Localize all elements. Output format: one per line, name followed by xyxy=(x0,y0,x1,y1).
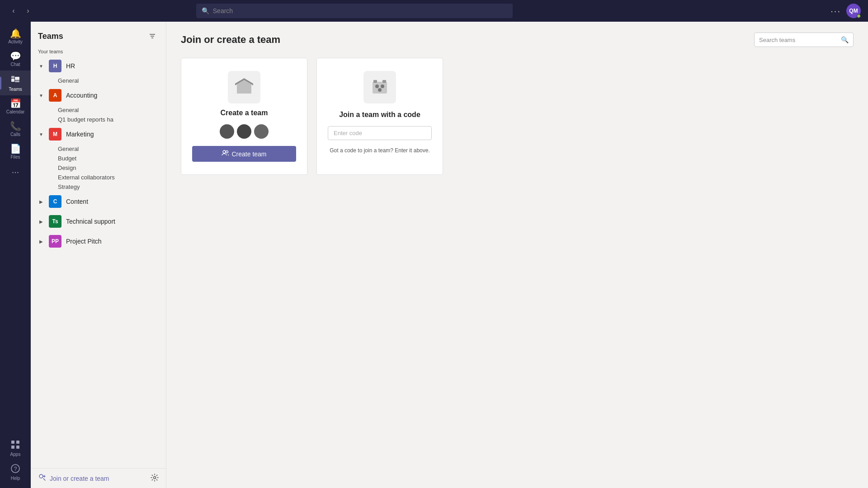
marketing-channel-external[interactable]: External collaborators xyxy=(31,173,166,182)
team-item-project-pitch[interactable]: ▶ PP Project Pitch ··· xyxy=(31,231,166,251)
sidebar-item-chat[interactable]: 💬 Chat xyxy=(0,48,31,70)
marketing-team-name: Marketing xyxy=(66,131,145,138)
team-item-content[interactable]: ▶ C Content ··· xyxy=(31,192,166,211)
svg-rect-5 xyxy=(16,441,19,444)
sidebar-label-activity: Activity xyxy=(8,39,23,44)
files-icon: 📄 xyxy=(10,144,21,153)
avatar[interactable]: QM xyxy=(846,4,861,18)
content-avatar: C xyxy=(49,195,61,208)
sidebar-item-apps[interactable]: Apps xyxy=(0,436,31,460)
forward-button[interactable]: › xyxy=(22,5,34,17)
avatar-1 xyxy=(220,124,234,139)
pp-team-name: Project Pitch xyxy=(66,238,145,245)
global-search-input[interactable] xyxy=(213,7,507,14)
global-search-bar: 🔍 xyxy=(196,4,513,18)
avatar-initials: QM xyxy=(849,8,858,14)
sidebar-item-help[interactable]: ? Help xyxy=(0,460,31,484)
create-team-button-label: Create team xyxy=(231,150,266,158)
join-team-card-hint: Got a code to join a team? Enter it abov… xyxy=(330,147,429,154)
svg-rect-3 xyxy=(11,76,14,78)
marketing-channel-strategy[interactable]: Strategy xyxy=(31,182,166,192)
sidebar-item-teams[interactable]: Teams xyxy=(0,70,31,95)
create-team-card-title: Create a team xyxy=(221,109,268,117)
svg-text:?: ? xyxy=(14,466,17,472)
marketing-channel-design[interactable]: Design xyxy=(31,163,166,173)
teams-panel-footer: Join or create a team xyxy=(31,468,166,488)
ellipsis-icon: ··· xyxy=(12,167,19,177)
marketing-chevron-icon: ▼ xyxy=(38,132,44,137)
teams-panel: Teams Your teams ▼ H HR ··· xyxy=(31,22,166,488)
search-teams-bar: 🔍 xyxy=(754,33,854,47)
teams-icon xyxy=(10,74,20,85)
sidebar-item-calendar[interactable]: 📅 Calendar xyxy=(0,95,31,118)
team-item-hr[interactable]: ▼ H HR ··· xyxy=(31,56,166,76)
main-content-header: Join or create a team 🔍 xyxy=(181,33,854,47)
topbar-right: ··· QM xyxy=(830,4,861,18)
enter-code-input[interactable] xyxy=(328,126,432,140)
svg-point-13 xyxy=(39,474,43,478)
marketing-channel-budget[interactable]: Budget xyxy=(31,154,166,163)
teams-settings-button[interactable] xyxy=(151,474,159,483)
svg-point-18 xyxy=(226,151,228,153)
sidebar-label-files: Files xyxy=(10,155,20,160)
ts-chevron-icon: ▶ xyxy=(38,219,44,224)
join-create-team-button[interactable]: Join or create a team xyxy=(38,473,109,483)
svg-rect-6 xyxy=(11,446,14,449)
create-team-card-avatars xyxy=(220,124,269,139)
marketing-channel-general[interactable]: General xyxy=(31,144,166,154)
svg-rect-1 xyxy=(15,77,19,80)
svg-rect-24 xyxy=(382,80,386,83)
avatar-3 xyxy=(254,124,269,139)
svg-point-17 xyxy=(223,150,226,153)
create-team-card-icon xyxy=(228,71,260,103)
create-team-button[interactable]: Create team xyxy=(192,146,296,162)
main-content: Join or create a team 🔍 Create a team xyxy=(166,22,868,488)
join-create-label: Join or create a team xyxy=(50,475,109,482)
back-button[interactable]: ‹ xyxy=(7,5,20,17)
teams-filter-button[interactable] xyxy=(146,30,159,42)
hr-channel-general[interactable]: General xyxy=(31,76,166,85)
svg-point-20 xyxy=(375,84,379,88)
pp-chevron-icon: ▶ xyxy=(38,239,44,244)
search-teams-input[interactable] xyxy=(759,37,838,43)
accounting-channel-q1[interactable]: Q1 budget reports ha xyxy=(31,115,166,124)
join-team-card: Join a team with a code Got a code to jo… xyxy=(316,58,443,175)
accounting-chevron-icon: ▼ xyxy=(38,93,44,98)
svg-rect-23 xyxy=(373,80,377,83)
sidebar-label-calls: Calls xyxy=(10,132,20,137)
sidebar-item-activity[interactable]: 🔔 Activity xyxy=(0,25,31,48)
hr-avatar: H xyxy=(49,60,61,72)
team-item-accounting[interactable]: ▼ A Accounting ··· xyxy=(31,85,166,105)
calls-icon: 📞 xyxy=(10,122,21,131)
topbar: ‹ › 🔍 ··· QM xyxy=(0,0,868,22)
svg-point-22 xyxy=(378,88,382,92)
sidebar-label-teams: Teams xyxy=(9,87,22,92)
sidebar-icons: 🔔 Activity 💬 Chat Teams 📅 Calendar 📞 xyxy=(0,22,31,488)
sidebar-label-help: Help xyxy=(11,476,20,481)
ts-avatar: Ts xyxy=(49,215,61,228)
search-icon: 🔍 xyxy=(202,7,209,14)
join-team-card-icon xyxy=(363,71,396,103)
accounting-team-name: Accounting xyxy=(66,92,145,99)
activity-icon: 🔔 xyxy=(10,29,21,38)
pp-avatar: PP xyxy=(49,235,61,248)
more-apps-button[interactable]: ··· xyxy=(12,163,19,181)
more-options-button[interactable]: ··· xyxy=(830,6,841,16)
team-item-technical-support[interactable]: ▶ Ts Technical support ··· xyxy=(31,211,166,231)
main-layout: 🔔 Activity 💬 Chat Teams 📅 Calendar 📞 xyxy=(0,22,868,488)
svg-rect-19 xyxy=(373,82,387,94)
content-chevron-icon: ▶ xyxy=(38,199,44,204)
accounting-channel-general[interactable]: General xyxy=(31,105,166,115)
sidebar-label-chat: Chat xyxy=(10,62,20,67)
teams-list: Your teams ▼ H HR ··· General ▼ A Accoun… xyxy=(31,46,166,468)
svg-point-21 xyxy=(381,84,384,88)
team-item-marketing[interactable]: ▼ M Marketing ··· xyxy=(31,124,166,144)
help-icon: ? xyxy=(11,464,20,474)
cards-row: Create a team Create t xyxy=(181,58,854,175)
content-team-name: Content xyxy=(66,198,145,205)
create-team-card: Create a team Create t xyxy=(181,58,307,175)
sidebar-item-files[interactable]: 📄 Files xyxy=(0,141,31,163)
sidebar-item-calls[interactable]: 📞 Calls xyxy=(0,118,31,141)
svg-point-14 xyxy=(154,476,156,479)
presence-dot xyxy=(857,14,861,18)
